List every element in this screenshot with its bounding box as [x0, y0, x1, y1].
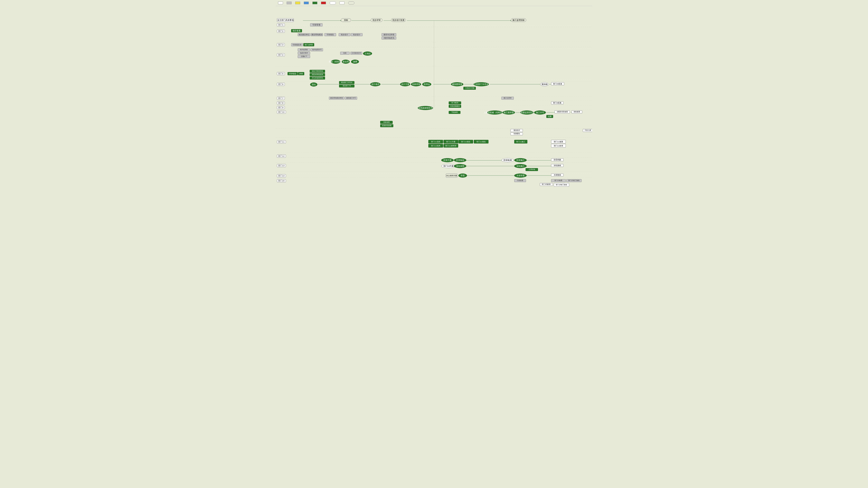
node-d10-jungong-ba[interactable]: 竣收备案 [571, 110, 582, 113]
node-d11-liucheng[interactable]: 部门11流程 [428, 140, 443, 143]
node-label: 部门15竣工验收 [556, 184, 567, 186]
node-d14-shuitu-fangan[interactable]: 水土保持方案 [446, 173, 458, 177]
node-d2-n5[interactable]: 初步设计 [351, 33, 363, 36]
node-d11-baogao2[interactable]: 部门11报告 [474, 140, 489, 143]
node-d2-n3[interactable]: 可研报告 [324, 33, 336, 36]
node-d10-b8he[interactable]: 部门8核准 [449, 101, 461, 104]
node-d6-xuanzhi[interactable]: 选址 [310, 83, 317, 87]
node-d6-guihua78b[interactable]: 规划部门78 [339, 85, 354, 88]
node-d7-shigong[interactable]: 施工记录审 [501, 97, 514, 100]
node-d2-n4[interactable]: 初步设计 [339, 33, 350, 36]
node-d14-shuibao[interactable]: 水保审查 [514, 173, 527, 177]
node-d11-shigong[interactable]: 部门11施工 [514, 140, 527, 143]
node-d14-shuibao-ys[interactable]: 水保验收 [551, 173, 563, 176]
node-d15-jungong-ys2[interactable]: 部门15竣工验收 [554, 183, 569, 187]
node-d2-n6[interactable]: 建筑专业审查 [381, 33, 396, 36]
node-label: 部门11报告 [476, 141, 486, 143]
node-d15-xingzheng[interactable]: 行政备案 [514, 179, 526, 182]
node-d11-beian[interactable]: 部门11备案 [551, 140, 566, 143]
node-d12-fanglei-yanshou[interactable]: 防雷验收 [454, 158, 466, 162]
node-label: 自配防空防备案 [557, 111, 568, 113]
dept-1-label: 部门1 [277, 23, 285, 26]
node-d10-shangliu[interactable]: 上建筑机械（结构主体） [487, 110, 502, 115]
node-d12-dangan[interactable]: 防雷档案 [551, 158, 563, 161]
node-jungong-zhaobiao[interactable]: 施工监理招标 [511, 18, 526, 22]
node-d4-haiyang1[interactable]: 海洋使用权 [298, 48, 310, 51]
node-d2-n2[interactable]: 建设用地规划 [311, 33, 323, 36]
node-d12-fanglei-fangan[interactable]: 防雷方案 [441, 158, 454, 162]
node-d15-jungong-ys[interactable]: 部门15竣工验收 [566, 179, 582, 182]
node-chupingjishen[interactable]: 初步评审 [371, 18, 382, 22]
node-d6-zhuanjia[interactable]: 专家评审 [411, 82, 421, 86]
node-d7-jianzhu[interactable]: 建筑施工许可 [345, 97, 357, 100]
node-d6-guihuahe[interactable]: 规划核 [540, 82, 549, 86]
node-d14-shencha[interactable]: 审查 [458, 173, 467, 177]
node-d6-gongcheng76[interactable]: 工程部门76号令 [473, 82, 489, 86]
node-d10-jieneng[interactable]: 节能备案 [449, 111, 460, 114]
node-d10-zhijie[interactable]: 直接发包备案 [380, 124, 393, 127]
node-d4-jiaofei[interactable]: 缴费 [351, 60, 359, 64]
node-d12-fanglei-jiyan[interactable]: 防雷检测 [501, 158, 514, 162]
node-d11-biaozhun[interactable]: 部门11标准 [551, 144, 566, 148]
node-d3-keyuan[interactable]: 可研报告审 [291, 43, 303, 46]
node-d15-beian2[interactable]: 部门15备案 [551, 179, 566, 182]
node-chusheji[interactable]: 初步设计批复 [391, 18, 406, 22]
node-d10-yingji[interactable]: 应急设施建设 [449, 105, 461, 108]
node-d13-lvhua-ys[interactable]: 绿化验收 [551, 164, 563, 167]
node-label: 施工记录审 [504, 97, 512, 99]
node-d4-haiyang2[interactable]: 海洋使用许可 [311, 48, 323, 51]
node-d6-shejitj[interactable]: 设计条件 [370, 82, 380, 86]
node-d11-cailiao[interactable]: 部门11材料审 [443, 144, 458, 148]
node-label: 环评报告 [289, 73, 296, 75]
node-d4-jingdi[interactable]: 竞地（招拍挂） [331, 60, 340, 64]
node-d15-beian3[interactable]: 部门15备案2 [540, 183, 553, 186]
node-d4-dizhi[interactable]: 地质灾害评 [298, 52, 310, 55]
node-d11-baogao[interactable]: 部门11报告 [458, 140, 473, 143]
node-d1-keyuan[interactable]: 可研审查 [310, 23, 322, 26]
node-d6-lianxi[interactable]: 联席会 [422, 82, 431, 86]
node-d10-lvse[interactable]: 绿色能源报告书 [418, 106, 433, 110]
node-d2-n1[interactable]: 项目建设单位 [298, 33, 310, 36]
node-d4-zhengshi[interactable]: 正式批准文件 [350, 52, 362, 55]
legend-item-zhongjie [330, 1, 337, 4]
node-d2-n7[interactable]: 消防审核意见 [381, 37, 396, 39]
node-d13-zhan-lv[interactable]: 占用绿地 [526, 168, 538, 171]
node-business-dept[interactable]: 业主部门具体事项 [277, 18, 294, 22]
node-d5-dengji[interactable]: 登记表备案审批 [310, 76, 325, 79]
node-d5-baogaobiao[interactable]: 报告表审批批复 [310, 73, 325, 76]
node-d12-fanglei-shig[interactable]: 防雷施工 [514, 158, 527, 162]
node-d6-jianzhu[interactable]: 建筑图审查 [451, 82, 463, 86]
node-d5-baogaoshu[interactable]: 报告书审查审批 [310, 70, 325, 73]
node-d10-zhaobiaoba[interactable]: 招标备案 [380, 121, 393, 124]
node-d10-shigongxk[interactable]: 施工许可 [534, 110, 546, 115]
node-zhaobiao[interactable]: 招标 [341, 18, 351, 22]
node-d4-hetong[interactable]: 签合同 [342, 60, 350, 64]
node-d7-jianshe[interactable]: 建设用地规划审批 [329, 97, 344, 100]
node-d10-zhiliang[interactable]: 质量监督登记 [520, 110, 533, 115]
node-d4-tudizh[interactable]: 土地征 [363, 52, 372, 56]
node-d2-xiangmu[interactable]: 项目备案 [291, 29, 302, 32]
node-d10-zipfk[interactable]: 自配防空防备案 [555, 110, 570, 113]
node-d6-shejifang[interactable]: 设计方案 [400, 82, 410, 86]
node-d4-pifu[interactable]: 批复 [340, 52, 350, 55]
legend-item-wuxu [287, 2, 292, 4]
node-d3-pingsh[interactable]: 部门3评审 [303, 43, 314, 46]
node-d6-d46pifu[interactable]: 部门46批复 [551, 82, 564, 86]
node-d13-lvhua-shig[interactable]: 绿化施工 [514, 164, 527, 168]
node-d10-guihuajishu[interactable]: 规划技术 [510, 129, 523, 132]
node-d11-jigou[interactable]: 部门11机构 [428, 144, 443, 148]
node-d11-fangan[interactable]: 部门11方案 [443, 140, 458, 143]
node-d10-chezhan[interactable]: 汽车入闸 [583, 129, 592, 132]
node-d5-pingshen[interactable]: 评审 [298, 72, 304, 75]
node-label: 防雷档案 [554, 159, 561, 161]
node-d6-shejibiangeng[interactable]: 工程设计变更 [463, 87, 476, 90]
node-d6-guihua78a[interactable]: 规划部门78号令 [339, 81, 354, 84]
node-label: 行政备案 [517, 180, 523, 182]
node-d5-huanping[interactable]: 环评报告 [287, 72, 298, 75]
node-d13-lvhua-bz[interactable]: 绿化保障 [454, 164, 466, 168]
node-d10-shitu[interactable]: 施工图审查 [502, 110, 515, 115]
node-d4-yaze[interactable]: 压覆矿产 [298, 55, 310, 58]
node-d10-jiefei[interactable]: 结费 [546, 115, 553, 118]
node-d10-chucezhizhi[interactable]: 初测通知 [510, 132, 523, 135]
node-d8-pifu[interactable]: 部门8批复 [551, 101, 563, 104]
